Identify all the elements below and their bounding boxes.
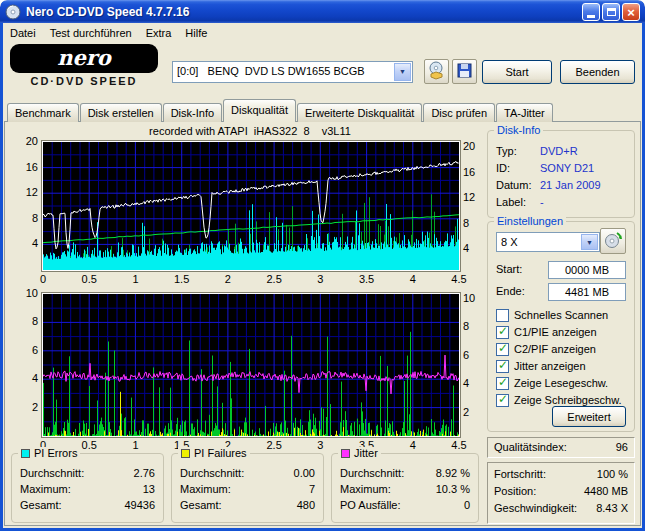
pi-failures-jitter-chart: 10864210864200.511.522.533.544.5 bbox=[7, 293, 485, 457]
checkbox-box bbox=[496, 309, 509, 322]
hand-disc-icon bbox=[427, 61, 446, 82]
group-title: Disk-Info bbox=[494, 124, 543, 136]
tab-diskqualitaet[interactable]: Diskqualität bbox=[223, 99, 296, 122]
minimize-button[interactable] bbox=[582, 3, 600, 21]
tab-benchmark[interactable]: Benchmark bbox=[7, 103, 79, 122]
axis-tick: 4.5 bbox=[444, 273, 474, 285]
checkbox-label: Zeige Lesegeschw. bbox=[514, 377, 608, 389]
drive-select-value: [0:0] BENQ DVD LS DW1655 BCGB bbox=[177, 65, 392, 77]
end-field[interactable]: 4481 MB bbox=[548, 283, 626, 301]
stat-value: 0 bbox=[464, 499, 470, 511]
checkbox-box: ✓ bbox=[496, 326, 509, 339]
axis-tick: 0 bbox=[28, 273, 58, 285]
axis-tick: 4 bbox=[8, 372, 38, 384]
checkbox-schnelles-scannen[interactable]: Schnelles Scannen bbox=[496, 308, 630, 323]
axis-tick: 4 bbox=[463, 242, 487, 254]
tab-erweiterte-diskqualitaet[interactable]: Erweiterte Diskqualität bbox=[297, 103, 422, 122]
speed-select[interactable]: 8 X ▼ bbox=[496, 232, 600, 252]
axis-tick: 10 bbox=[463, 292, 487, 304]
axis-tick: 2 bbox=[213, 273, 243, 285]
axis-tick: 4 bbox=[398, 273, 428, 285]
stat-value: 480 bbox=[297, 499, 315, 511]
end-label: Ende: bbox=[496, 285, 525, 297]
check-icon: ✓ bbox=[498, 375, 508, 389]
menu-datei[interactable]: Datei bbox=[3, 25, 43, 41]
nero-logo-subtext: CD·DVD SPEED bbox=[10, 75, 158, 87]
tab-ta-jitter[interactable]: TA-Jitter bbox=[496, 103, 553, 122]
tab-disk-erstellen[interactable]: Disk erstellen bbox=[80, 103, 162, 122]
pi-failures-stats-group: PI Failures Durchschnitt:0.00 Maximum:7 … bbox=[171, 453, 324, 523]
pi-failures-swatch bbox=[181, 449, 190, 458]
start-field[interactable]: 0000 MB bbox=[548, 261, 626, 279]
maximize-button[interactable] bbox=[602, 3, 620, 21]
checkbox-label: Zeige Schreibgeschw. bbox=[514, 394, 622, 406]
checkbox-box: ✓ bbox=[496, 394, 509, 407]
title-bar: Nero CD-DVD Speed 4.7.7.16 × bbox=[0, 0, 645, 23]
advanced-button[interactable]: Erweitert bbox=[552, 406, 626, 427]
stat-label: Gesamt: bbox=[20, 499, 62, 511]
axis-tick: 8 bbox=[463, 320, 487, 332]
axis-tick: 16 bbox=[8, 161, 38, 173]
axis-tick: 3.5 bbox=[352, 273, 382, 285]
axis-tick: 4 bbox=[8, 237, 38, 249]
nero-logo: nero CD·DVD SPEED bbox=[10, 44, 158, 87]
stat-value: 10.3 % bbox=[436, 483, 470, 495]
recorded-note: recorded with ATAPI iHAS322 8 v3L11 bbox=[41, 125, 459, 137]
chevron-down-icon[interactable]: ▼ bbox=[581, 234, 598, 250]
progress-label: Geschwindigkeit: bbox=[494, 502, 577, 514]
progress-value: 4480 MB bbox=[584, 485, 628, 497]
check-icon: ✓ bbox=[498, 324, 508, 338]
start-button[interactable]: Start bbox=[482, 60, 552, 84]
checkbox-c1-pie[interactable]: ✓ C1/PIE anzeigen bbox=[496, 325, 630, 340]
save-button[interactable] bbox=[452, 59, 477, 84]
tab-disc-pruefen[interactable]: Disc prüfen bbox=[423, 103, 495, 122]
axis-tick: 8 bbox=[8, 315, 38, 327]
axis-tick: 4 bbox=[463, 377, 487, 389]
stat-label: Durchschnitt: bbox=[20, 467, 84, 479]
stat-label: PO Ausfälle: bbox=[340, 499, 401, 511]
start-label: Start: bbox=[496, 263, 522, 275]
axis-tick: 3 bbox=[305, 273, 335, 285]
tab-disk-info[interactable]: Disk-Info bbox=[163, 103, 222, 122]
axis-tick: 6 bbox=[463, 349, 487, 361]
check-icon: ✓ bbox=[498, 341, 508, 355]
menu-test-durchfuehren[interactable]: Test durchführen bbox=[43, 25, 139, 41]
axis-tick: 0.5 bbox=[74, 273, 104, 285]
drive-select[interactable]: [0:0] BENQ DVD LS DW1655 BCGB ▼ bbox=[172, 61, 413, 83]
eject-disc-button[interactable] bbox=[424, 59, 449, 84]
axis-tick: 2 bbox=[463, 406, 487, 418]
stat-value: 7 bbox=[309, 483, 315, 495]
checkbox-box: ✓ bbox=[496, 360, 509, 373]
check-icon: ✓ bbox=[498, 358, 508, 372]
quality-index-panel: Qualitätsindex: 96 bbox=[487, 437, 635, 458]
quality-index-label: Qualitätsindex: bbox=[494, 441, 567, 453]
menu-extra[interactable]: Extra bbox=[139, 25, 179, 41]
refresh-disc-icon bbox=[603, 230, 623, 252]
stat-label: Maximum: bbox=[20, 483, 71, 495]
stat-value: 0.00 bbox=[294, 467, 315, 479]
axis-tick: 3 bbox=[305, 439, 335, 451]
chevron-down-icon[interactable]: ▼ bbox=[394, 63, 411, 81]
window-title: Nero CD-DVD Speed 4.7.7.16 bbox=[26, 5, 189, 19]
stat-value: 13 bbox=[143, 483, 155, 495]
pi-errors-chart: 201612842016128400.511.522.533.544.5 bbox=[7, 141, 485, 291]
checkbox-jitter[interactable]: ✓ Jitter anzeigen bbox=[496, 359, 630, 374]
checkbox-lesegeschw[interactable]: ✓ Zeige Lesegeschw. bbox=[496, 376, 630, 391]
progress-label: Position: bbox=[494, 485, 536, 497]
maximize-icon bbox=[607, 8, 616, 16]
check-icon: ✓ bbox=[498, 392, 508, 406]
checkbox-c2-pif[interactable]: ✓ C2/PIF anzeigen bbox=[496, 342, 630, 357]
quality-index-value: 96 bbox=[616, 441, 628, 453]
menu-hilfe[interactable]: Hilfe bbox=[178, 25, 214, 41]
axis-tick: 1 bbox=[120, 439, 150, 451]
axis-tick: 12 bbox=[8, 186, 38, 198]
stat-value: 8.92 % bbox=[436, 467, 470, 479]
axis-tick: 20 bbox=[8, 135, 38, 147]
checkbox-label: Jitter anzeigen bbox=[514, 360, 586, 372]
close-button[interactable]: × bbox=[622, 3, 640, 21]
refresh-disc-button[interactable] bbox=[600, 228, 626, 254]
quit-button[interactable]: Beenden bbox=[560, 60, 635, 84]
window-controls: × bbox=[582, 3, 640, 21]
stat-value: 49436 bbox=[124, 499, 155, 511]
axis-tick: 1 bbox=[120, 273, 150, 285]
